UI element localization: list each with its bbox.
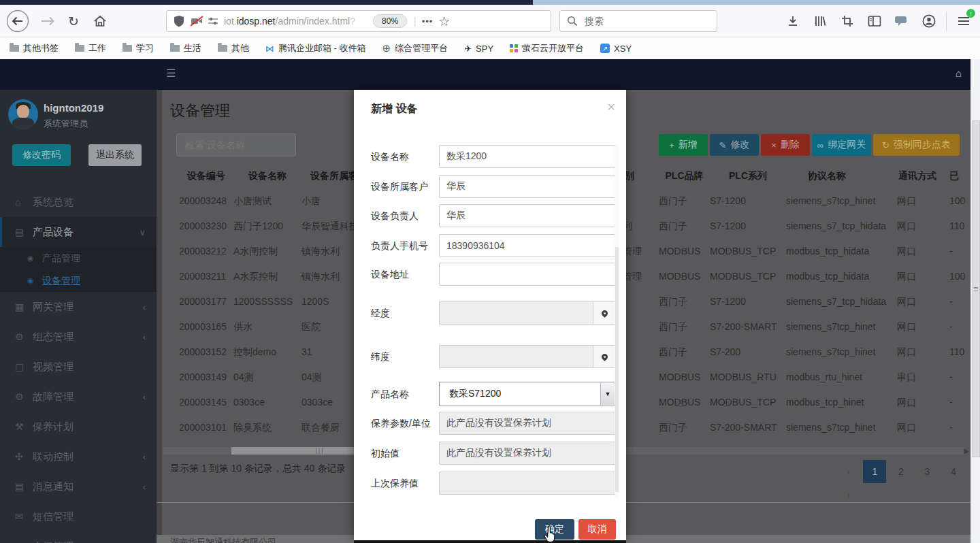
- sidebar-item-notification[interactable]: ▤消息通知‹: [0, 472, 157, 501]
- sidebar-item-gateway[interactable]: ▦网关管理‹: [0, 292, 157, 322]
- cell-series: S7-1200: [710, 195, 746, 206]
- edit-button[interactable]: ✎修改: [710, 134, 759, 156]
- cell-series: MODBUS_TCP: [710, 246, 776, 257]
- xsy-icon: ↗: [600, 44, 610, 53]
- forward-button[interactable]: [37, 5, 59, 37]
- home-button[interactable]: [88, 5, 112, 37]
- back-button[interactable]: [5, 5, 30, 37]
- modal-scrollbar[interactable]: [615, 145, 619, 499]
- close-icon[interactable]: ×: [607, 99, 615, 115]
- bookmark-link[interactable]: ↗XSY: [600, 44, 632, 54]
- cell-bound: -: [949, 397, 953, 408]
- bookmark-folder[interactable]: 学习: [122, 42, 154, 54]
- sidebar-item-scada[interactable]: ⚙组态管理‹: [0, 322, 157, 352]
- sidebar-item-fault[interactable]: ⚙故障管理‹: [0, 382, 157, 412]
- cell-id: 200003101: [179, 422, 227, 433]
- home-icon: ⌂: [15, 197, 33, 208]
- longitude-input[interactable]: [439, 301, 593, 325]
- library-icon[interactable]: [808, 5, 832, 37]
- sidebar-collapse-icon[interactable]: ☰: [166, 68, 176, 79]
- device-owner-input[interactable]: [439, 204, 616, 227]
- bookmark-link[interactable]: ⋈腾讯企业邮箱 - 收件箱: [265, 42, 366, 54]
- bookmark-link[interactable]: ✈SPY: [464, 44, 493, 54]
- field-label: 经度: [371, 308, 390, 320]
- device-customer-input[interactable]: [439, 175, 616, 198]
- downloads-icon[interactable]: [781, 5, 804, 37]
- sidebar-item-space[interactable]: ▦空间管理: [0, 531, 157, 543]
- latitude-input[interactable]: [439, 345, 593, 368]
- navbar-home-icon[interactable]: ⌂: [956, 67, 962, 79]
- search-input[interactable]: [583, 15, 702, 27]
- cell-series: MODBUS_RTU: [710, 372, 777, 382]
- bookmarks-bar: 其他书签 工作 学习 生活 其他 ⋈腾讯企业邮箱 - 收件箱 ⊕综合管理平台 ✈…: [0, 37, 980, 59]
- bookmark-folder[interactable]: 其他: [218, 42, 249, 54]
- screenshot-crop-icon[interactable]: [836, 5, 859, 37]
- bookmark-link[interactable]: 萤石云开放平台: [510, 42, 584, 54]
- app-navbar: ☰ ⌂: [0, 59, 980, 90]
- reload-button[interactable]: ↻: [63, 5, 84, 37]
- product-select[interactable]: 数采S71200 ▼: [439, 382, 616, 406]
- device-name-input[interactable]: [439, 145, 616, 168]
- scroll-right-arrow-icon[interactable]: ▶: [964, 447, 969, 455]
- sidebar-item-sms[interactable]: ✉短信管理: [0, 501, 157, 531]
- map-pin-button[interactable]: [593, 345, 616, 368]
- cell-id: 200003165: [179, 321, 227, 332]
- page-actions-icon[interactable]: •••: [422, 16, 434, 27]
- url-bar[interactable]: iot.idosp.net/admin/index.html? 80% | ••…: [166, 10, 551, 32]
- delete-button[interactable]: ×删除: [761, 134, 810, 156]
- owner-phone-input[interactable]: [439, 234, 616, 257]
- sidebar-toggle-icon[interactable]: [863, 5, 886, 37]
- cell-customer: 0303ce: [301, 397, 333, 408]
- device-address-input[interactable]: [439, 263, 616, 286]
- pagination-prev[interactable]: ‹: [837, 460, 860, 483]
- folder-icon: [218, 45, 227, 52]
- add-button[interactable]: +新增: [659, 134, 708, 156]
- bookmark-folder[interactable]: 工作: [75, 42, 106, 54]
- wechat-chat-icon[interactable]: [890, 5, 913, 37]
- pagination-page-3[interactable]: 3: [915, 460, 938, 483]
- search-bar[interactable]: [559, 10, 717, 32]
- camera-blocked-icon[interactable]: [190, 15, 203, 27]
- cell-bound: -: [949, 372, 953, 382]
- permissions-icon[interactable]: [208, 16, 218, 27]
- logout-button[interactable]: 退出系统: [88, 144, 142, 166]
- sidebar-item-maintenance[interactable]: ⚒保养计划: [0, 412, 157, 442]
- sidebar-item-overview[interactable]: ⌂系统总览: [0, 187, 157, 217]
- vertical-scrollbar[interactable]: [970, 59, 980, 543]
- sidebar-item-device-management[interactable]: ◉设备管理: [0, 269, 157, 292]
- force-sync-button[interactable]: ↻强制同步点表: [873, 134, 960, 156]
- cell-comm: 网口: [897, 321, 916, 333]
- sidebar-item-video[interactable]: ▢视频管理: [0, 352, 157, 382]
- gateway-icon: ▦: [15, 301, 33, 312]
- scrollbar-thumb[interactable]: [615, 247, 619, 492]
- map-pin-button[interactable]: [593, 301, 616, 325]
- avatar: [8, 99, 38, 129]
- bookmark-star-icon[interactable]: ☆: [438, 14, 450, 29]
- bind-gateway-button[interactable]: ∞绑定网关: [812, 134, 871, 156]
- pagination-page-2[interactable]: 2: [889, 460, 913, 483]
- account-icon[interactable]: [917, 5, 941, 37]
- tracking-protection-shield-icon[interactable]: [174, 15, 184, 27]
- sidebar-item-products[interactable]: ▤产品设备∨: [0, 217, 157, 247]
- pagination-page-4[interactable]: 4: [942, 460, 965, 483]
- sidebar-item-product-management[interactable]: ◉产品管理: [0, 247, 157, 269]
- bookmark-folder[interactable]: 生活: [170, 42, 201, 54]
- cell-customer: 镇海水利: [301, 246, 340, 258]
- bookmark-folder[interactable]: 其他书签: [10, 42, 59, 54]
- zoom-level-badge[interactable]: 80%: [373, 14, 407, 28]
- change-password-button[interactable]: 修改密码: [12, 144, 71, 166]
- folder-icon: [75, 45, 84, 52]
- scrollbar-thumb[interactable]: [972, 120, 980, 457]
- dropdown-arrow-icon[interactable]: ▼: [600, 383, 615, 405]
- field-label: 上次保养值: [371, 478, 419, 490]
- pagination-page-1[interactable]: 1: [863, 460, 886, 483]
- cell-brand: MODBUS: [659, 372, 700, 382]
- sidebar-item-linkage[interactable]: ✣联动控制‹: [0, 442, 157, 472]
- chevron-left-icon: ‹: [143, 452, 146, 462]
- menu-hamburger-icon[interactable]: ↑: [951, 5, 976, 37]
- cancel-button[interactable]: 取消: [578, 519, 616, 540]
- bookmark-link[interactable]: ⊕综合管理平台: [382, 42, 448, 54]
- user-role: 系统管理员: [44, 118, 88, 130]
- device-search-input[interactable]: [176, 133, 296, 157]
- active-tab[interactable]: [0, 0, 533, 5]
